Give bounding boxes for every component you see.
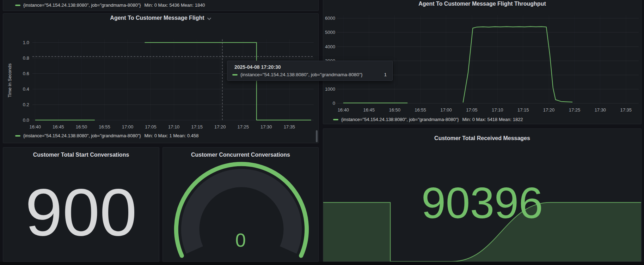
svg-text:17:00: 17:00: [122, 124, 133, 130]
panel-total-start-conversations: Customer Total Start Conversations 900: [3, 147, 159, 262]
tooltip-series-label: {instance="54.154.24.138:8080", job="gra…: [240, 72, 362, 77]
panel-scrollbar-thumb[interactable]: [316, 130, 318, 142]
svg-text:17:20: 17:20: [214, 124, 226, 130]
panel-top-partial: {instance="54.154.24.138:8080", job="gra…: [3, 0, 319, 11]
legend-stats: Min: 0 Max: 5436 Mean: 1840: [145, 2, 205, 8]
series-color-marker: [15, 135, 20, 137]
svg-text:16:45: 16:45: [363, 107, 375, 113]
svg-text:17:05: 17:05: [145, 124, 156, 130]
svg-text:0: 0: [333, 101, 335, 106]
legend-row: {instance="54.154.24.138:8080", job="gra…: [333, 117, 523, 122]
panel-title[interactable]: Customer Total Start Conversations: [3, 152, 159, 158]
legend-series-label[interactable]: {instance="54.154.24.138:8080", job="gra…: [23, 133, 141, 138]
svg-text:17:10: 17:10: [168, 124, 179, 130]
svg-text:17:15: 17:15: [517, 107, 529, 113]
svg-text:17:10: 17:10: [492, 107, 503, 113]
svg-text:16:45: 16:45: [53, 124, 64, 130]
svg-text:1.0: 1.0: [23, 40, 29, 45]
svg-text:17:35: 17:35: [284, 124, 295, 130]
svg-text:17:25: 17:25: [238, 124, 249, 130]
svg-text:17:20: 17:20: [543, 107, 554, 113]
series-color-marker: [232, 74, 238, 76]
svg-text:0.4: 0.4: [23, 86, 29, 92]
legend-row: {instance="54.154.24.138:8080", job="gra…: [15, 2, 205, 8]
legend-series-label[interactable]: {instance="54.154.24.138:8080", job="gra…: [341, 117, 459, 122]
svg-text:17:15: 17:15: [191, 124, 202, 130]
series-color-marker: [15, 5, 20, 6]
page-bottom-gutter: [0, 262, 644, 265]
tooltip-timestamp: 2025-04-08 17:20:30: [234, 64, 387, 70]
svg-text:0.6: 0.6: [23, 71, 29, 76]
svg-text:17:30: 17:30: [260, 124, 272, 130]
legend-series-label[interactable]: {instance="54.154.24.138:8080", job="gra…: [23, 2, 141, 8]
panel-concurrent-conversations: Customer Concurrent Conversations 0: [162, 147, 319, 262]
stat-value: 90396: [323, 181, 641, 225]
tooltip-series-value: 1: [379, 72, 387, 77]
legend-row: {instance="54.154.24.138:8080", job="gra…: [15, 133, 199, 138]
panel-title[interactable]: Customer Total Received Messages: [323, 135, 641, 141]
gauge-value: 0: [163, 230, 318, 249]
svg-text:16:50: 16:50: [76, 124, 87, 130]
panel-title-text: Customer Total Received Messages: [434, 135, 530, 141]
svg-text:17:00: 17:00: [440, 107, 452, 113]
grafana-dashboard: {instance="54.154.24.138:8080", job="gra…: [0, 0, 644, 265]
svg-text:0.2: 0.2: [23, 102, 29, 107]
svg-text:6000: 6000: [325, 16, 335, 21]
stat-value: 900: [3, 179, 159, 246]
series-color-marker: [333, 119, 338, 120]
svg-text:0.0: 0.0: [23, 118, 29, 123]
svg-text:16:55: 16:55: [99, 124, 110, 130]
svg-text:0.8: 0.8: [23, 55, 29, 61]
svg-text:16:40: 16:40: [30, 124, 41, 130]
svg-text:16:40: 16:40: [338, 107, 349, 113]
svg-text:5000: 5000: [325, 30, 335, 35]
svg-text:17:05: 17:05: [466, 107, 477, 113]
svg-text:16:55: 16:55: [415, 107, 426, 113]
svg-text:4000: 4000: [325, 44, 335, 49]
panel-title-text: Customer Total Start Conversations: [33, 152, 129, 158]
svg-text:17:30: 17:30: [595, 107, 606, 113]
legend-stats: Min: 0 Max: 1 Mean: 0.458: [145, 133, 199, 138]
legend-stats: Min: 0 Max: 5418 Mean: 1822: [462, 117, 523, 122]
panel-total-received-messages: Customer Total Received Messages 90396: [323, 128, 642, 262]
tooltip-series-row: {instance="54.154.24.138:8080", job="gra…: [232, 72, 387, 77]
svg-text:1000: 1000: [325, 86, 335, 92]
chart-tooltip: 2025-04-08 17:20:30 {instance="54.154.24…: [227, 61, 393, 81]
svg-text:17:35: 17:35: [620, 107, 632, 113]
svg-text:17:25: 17:25: [569, 107, 580, 113]
svg-text:16:50: 16:50: [389, 107, 400, 113]
